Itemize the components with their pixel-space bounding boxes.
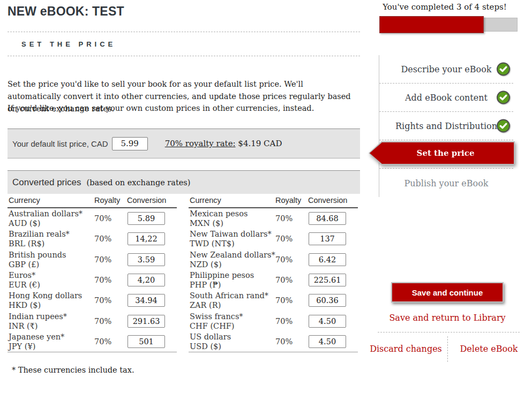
currency-code: NZD ($) bbox=[190, 260, 275, 269]
conversion-input[interactable] bbox=[309, 212, 346, 225]
royalty-cell: 70% bbox=[275, 317, 293, 326]
check-icon bbox=[497, 119, 510, 133]
progress-text: You've completed 3 of 4 steps! bbox=[370, 2, 520, 12]
sidebar-step-describe-your-ebook[interactable]: Describe your eBook bbox=[379, 55, 513, 84]
currency-code: PHP (₱) bbox=[190, 280, 254, 290]
currency-code: JPY (¥) bbox=[9, 342, 64, 351]
divider bbox=[447, 336, 448, 362]
ebook-pricing-page: NEW eBOOK: TEST SET THE PRICE Set the pr… bbox=[0, 0, 532, 393]
royalty-cell: 70% bbox=[275, 276, 293, 284]
currency-cell: Swiss francs* CHF (CHF) bbox=[190, 312, 243, 331]
royalty-cell: 70% bbox=[275, 296, 293, 305]
default-price-input[interactable] bbox=[112, 137, 148, 150]
step-label: Add eBook content bbox=[379, 93, 513, 103]
discard-changes-link[interactable]: Discard changes bbox=[367, 344, 445, 354]
royalty-cell: 70% bbox=[94, 296, 111, 305]
currency-name: New Taiwan dollars* bbox=[190, 229, 272, 239]
currency-cell: Euros* EUR (€) bbox=[9, 270, 40, 290]
royalty-rate: 70% royalty rate: $4.19 CAD bbox=[165, 139, 282, 148]
currency-name: Brazilian reals* bbox=[9, 229, 70, 239]
section-title: SET THE PRICE bbox=[21, 40, 116, 48]
main-content: NEW eBOOK: TEST SET THE PRICE Set the pr… bbox=[8, 0, 360, 393]
currency-code: HKD ($) bbox=[9, 300, 82, 310]
currency-name: Hong Kong dollars bbox=[9, 291, 82, 300]
check-icon bbox=[497, 91, 510, 104]
conversion-table-left: Currency Royalty Conversion Australian d… bbox=[8, 196, 177, 352]
currency-name: Indian rupees* bbox=[9, 312, 67, 321]
conversion-input[interactable] bbox=[309, 315, 346, 328]
currency-cell: New Taiwan dollars* TWD (NT$) bbox=[190, 229, 272, 248]
arrow-body: Set the price bbox=[370, 142, 514, 164]
progress-fill bbox=[379, 16, 484, 33]
conversion-table-right: Currency Royalty Conversion Mexican peso… bbox=[189, 196, 358, 352]
currency-code: EUR (€) bbox=[9, 280, 40, 290]
currency-cell: Mexican pesos MXN ($) bbox=[190, 209, 248, 228]
conversion-input[interactable] bbox=[128, 315, 165, 328]
converted-prices-bar: Converted prices (based on exchange rate… bbox=[8, 170, 360, 194]
default-price-bar: Your default list price, CAD 70% royalty… bbox=[8, 129, 360, 158]
conversion-input[interactable] bbox=[128, 212, 165, 225]
sidebar-step-rights-and-distribution[interactable]: Rights and Distribution bbox=[379, 112, 513, 140]
divider bbox=[378, 332, 520, 332]
table-row: South African rand* ZAR (R) 70% bbox=[189, 290, 358, 311]
royalty-cell: 70% bbox=[94, 235, 111, 243]
divider bbox=[8, 32, 360, 32]
conversion-input[interactable] bbox=[128, 253, 165, 266]
currency-name: Euros* bbox=[9, 270, 40, 280]
steps-panel: Describe your eBook Add eBook content Ri… bbox=[379, 55, 513, 197]
col-header-currency: Currency bbox=[190, 196, 221, 205]
currency-name: Japanese yen* bbox=[9, 332, 64, 342]
conversion-input[interactable] bbox=[309, 294, 346, 307]
conversion-input[interactable] bbox=[128, 335, 165, 348]
table-row: Indian rupees* INR (₹) 70% bbox=[8, 311, 177, 331]
sidebar-step-set-the-price[interactable]: Set the price bbox=[379, 140, 513, 169]
currency-code: GBP (£) bbox=[9, 260, 66, 269]
currency-code: BRL (R$) bbox=[9, 239, 70, 248]
col-header-royalty: Royalty bbox=[94, 196, 120, 205]
currency-code: ZAR (R) bbox=[190, 300, 268, 310]
table-row: Mexican pesos MXN ($) 70% bbox=[189, 208, 358, 229]
conversion-input[interactable] bbox=[128, 232, 165, 245]
royalty-cell: 70% bbox=[275, 214, 293, 223]
royalty-rate-value: $4.19 CAD bbox=[238, 139, 282, 148]
currency-cell: Hong Kong dollars HKD ($) bbox=[9, 291, 82, 310]
royalty-rate-link[interactable]: 70% royalty rate: bbox=[165, 139, 236, 148]
table-row: Brazilian reals* BRL (R$) 70% bbox=[8, 229, 177, 249]
royalty-cell: 70% bbox=[275, 337, 293, 346]
currency-code: TWD (NT$) bbox=[190, 239, 272, 248]
sidebar-step-publish-your-ebook: Publish your eBook bbox=[379, 169, 513, 197]
sidebar-step-add-ebook-content[interactable]: Add eBook content bbox=[379, 84, 513, 112]
currency-code: INR (₹) bbox=[9, 321, 67, 331]
conversion-input[interactable] bbox=[309, 335, 346, 348]
currency-cell: Indian rupees* INR (₹) bbox=[9, 312, 67, 331]
default-price-label: Your default list price, CAD bbox=[12, 139, 108, 148]
bottom-links: Discard changes Delete eBook bbox=[370, 336, 525, 361]
currency-name: New Zealand dollars* bbox=[190, 250, 275, 260]
royalty-cell: 70% bbox=[94, 317, 111, 326]
step-label: Set the price bbox=[409, 148, 475, 158]
conversion-input[interactable] bbox=[128, 274, 165, 286]
conversion-input[interactable] bbox=[309, 253, 346, 266]
conversion-input[interactable] bbox=[309, 274, 346, 286]
royalty-cell: 70% bbox=[94, 255, 111, 264]
step-label: Rights and Distribution bbox=[379, 121, 513, 131]
delete-ebook-link[interactable]: Delete eBook bbox=[450, 344, 528, 354]
conversion-input[interactable] bbox=[309, 232, 346, 245]
step-label: Publish your eBook bbox=[379, 178, 513, 188]
conversion-input[interactable] bbox=[128, 294, 165, 307]
royalty-cell: 70% bbox=[94, 276, 111, 284]
save-and-continue-button[interactable]: Save and continue bbox=[391, 282, 504, 303]
table-row: Philippine pesos PHP (₱) 70% bbox=[189, 270, 358, 290]
table-row: British pounds GBP (£) 70% bbox=[8, 250, 177, 270]
currency-code: CHF (CHF) bbox=[190, 321, 243, 331]
table-header: Currency Royalty Conversion bbox=[8, 196, 177, 208]
save-and-return-link[interactable]: Save and return to Library bbox=[370, 313, 525, 323]
currency-name: Australian dollars* bbox=[9, 209, 83, 218]
royalty-cell: 70% bbox=[94, 337, 111, 346]
table-row: Japanese yen* JPY (¥) 70% bbox=[8, 331, 177, 352]
col-header-conversion: Conversion bbox=[308, 196, 347, 205]
table-row: Euros* EUR (€) 70% bbox=[8, 270, 177, 290]
currency-name: South African rand* bbox=[190, 291, 268, 300]
active-step-arrow[interactable]: Set the price bbox=[369, 141, 515, 165]
tax-footnote: * These currencies include tax. bbox=[12, 366, 134, 374]
